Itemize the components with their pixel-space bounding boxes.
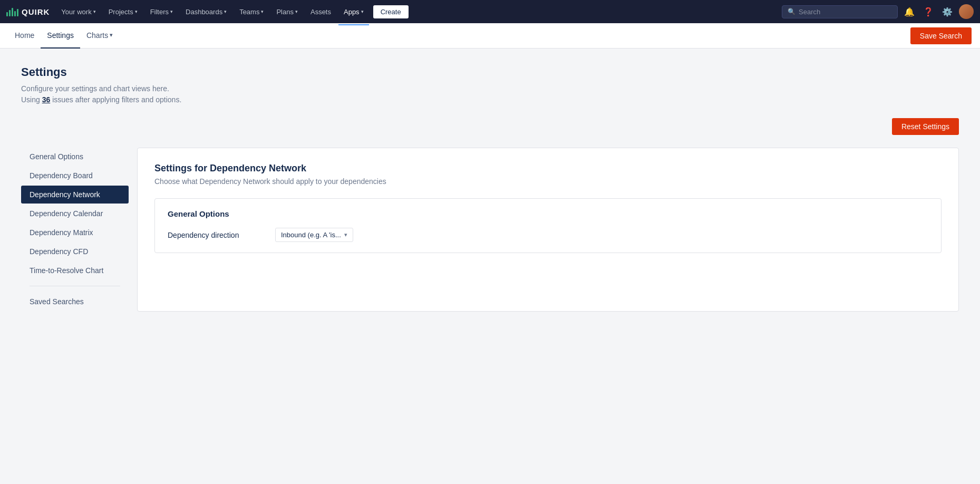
logo-text: QUIRK xyxy=(22,7,50,16)
sidebar-item-dependency-matrix[interactable]: Dependency Matrix xyxy=(21,224,129,241)
settings-panel-desc: Choose what Dependency Network should ap… xyxy=(154,177,942,186)
main-content: Settings Configure your settings and cha… xyxy=(0,49,980,484)
search-icon: 🔍 xyxy=(788,8,795,15)
sidebar-divider xyxy=(30,286,120,286)
topnav-right: 🔍 Search 🔔 ❓ ⚙️ xyxy=(782,4,974,19)
dependency-direction-value: Inbound (e.g. A 'is... xyxy=(281,231,341,239)
nav-teams[interactable]: Teams ▾ xyxy=(234,5,269,19)
logo-bars-icon xyxy=(6,7,18,16)
settings-icon[interactable]: ⚙️ xyxy=(940,5,955,19)
dependency-direction-label: Dependency direction xyxy=(168,231,263,239)
subnav-settings[interactable]: Settings xyxy=(41,23,80,49)
nav-apps[interactable]: Apps ▾ xyxy=(338,5,369,19)
chevron-down-icon: ▾ xyxy=(344,231,347,238)
avatar[interactable] xyxy=(959,4,974,19)
chevron-down-icon: ▾ xyxy=(224,9,227,14)
chevron-down-icon: ▾ xyxy=(170,9,173,14)
nav-filters[interactable]: Filters ▾ xyxy=(145,5,178,19)
settings-panel: Settings for Dependency Network Choose w… xyxy=(137,148,959,312)
help-icon[interactable]: ❓ xyxy=(921,5,936,19)
nav-dashboards[interactable]: Dashboards ▾ xyxy=(180,5,232,19)
subnav-home[interactable]: Home xyxy=(8,23,41,49)
nav-assets[interactable]: Assets xyxy=(305,5,336,19)
chevron-down-icon: ▾ xyxy=(135,9,138,14)
search-box[interactable]: 🔍 Search xyxy=(782,5,898,18)
settings-sidebar: General Options Dependency Board Depende… xyxy=(21,148,137,312)
page-description: Configure your settings and chart views … xyxy=(21,83,959,105)
issues-count: 36 xyxy=(42,95,51,104)
settings-panel-title: Settings for Dependency Network xyxy=(154,163,942,174)
charts-chevron-icon: ▾ xyxy=(110,32,113,38)
dependency-direction-select[interactable]: Inbound (e.g. A 'is... ▾ xyxy=(275,228,353,242)
sidebar-item-dependency-board[interactable]: Dependency Board xyxy=(21,167,129,185)
page-title: Settings xyxy=(21,65,959,79)
sidebar-item-time-to-resolve[interactable]: Time-to-Resolve Chart xyxy=(21,262,129,279)
chevron-down-icon: ▾ xyxy=(261,9,264,14)
sidebar-item-dependency-network[interactable]: Dependency Network xyxy=(21,186,129,204)
reset-row: Reset Settings xyxy=(21,118,959,135)
nav-projects[interactable]: Projects ▾ xyxy=(103,5,143,19)
save-search-button[interactable]: Save Search xyxy=(910,27,972,44)
general-options-title: General Options xyxy=(168,209,928,218)
sub-navigation: Home Settings Charts ▾ Save Search xyxy=(0,23,980,49)
sidebar-item-dependency-cfd[interactable]: Dependency CFD xyxy=(21,243,129,260)
chevron-down-icon: ▾ xyxy=(361,9,364,14)
nav-plans[interactable]: Plans ▾ xyxy=(271,5,303,19)
nav-your-work[interactable]: Your work ▾ xyxy=(56,5,101,19)
chevron-down-icon: ▾ xyxy=(93,9,96,14)
chevron-down-icon: ▾ xyxy=(295,9,298,14)
subnav-right: Save Search xyxy=(910,27,972,44)
notifications-icon[interactable]: 🔔 xyxy=(902,5,917,19)
sidebar-item-saved-searches[interactable]: Saved Searches xyxy=(21,293,129,311)
desc-line1: Configure your settings and chart views … xyxy=(21,84,169,93)
create-button[interactable]: Create xyxy=(373,5,409,18)
sidebar-item-dependency-calendar[interactable]: Dependency Calendar xyxy=(21,205,129,222)
top-navigation: QUIRK Your work ▾ Projects ▾ Filters ▾ D… xyxy=(0,0,980,23)
settings-layout: General Options Dependency Board Depende… xyxy=(21,148,959,312)
subnav-charts[interactable]: Charts ▾ xyxy=(80,23,119,49)
desc-line2-suffix: issues after applying filters and option… xyxy=(50,95,181,104)
sidebar-item-general-options[interactable]: General Options xyxy=(21,148,129,166)
desc-line2-prefix: Using xyxy=(21,95,42,104)
dependency-direction-row: Dependency direction Inbound (e.g. A 'is… xyxy=(168,228,928,242)
options-card: General Options Dependency direction Inb… xyxy=(154,198,942,253)
logo[interactable]: QUIRK xyxy=(6,7,50,16)
reset-settings-button[interactable]: Reset Settings xyxy=(892,118,959,135)
search-placeholder: Search xyxy=(799,8,820,16)
